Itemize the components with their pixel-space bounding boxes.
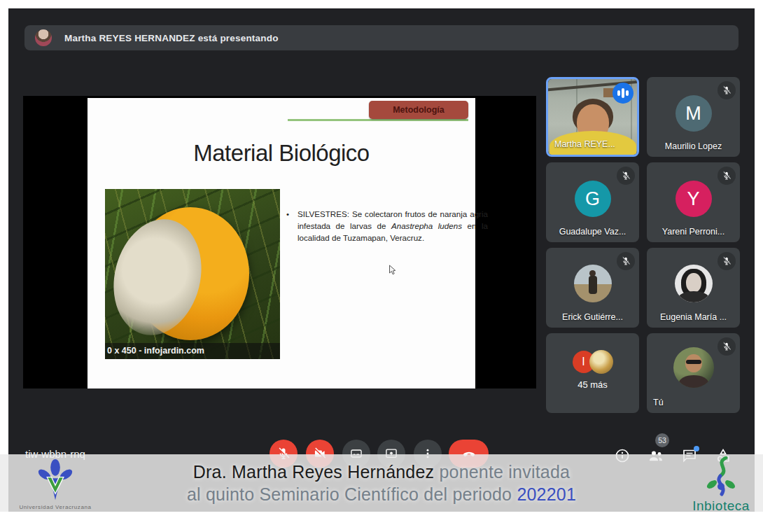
avatar-photo	[589, 350, 613, 374]
tile-martha[interactable]: Martha REYE...	[546, 77, 639, 157]
participant-name: Maurilio Lopez	[647, 141, 740, 151]
overflow-avatars: I	[546, 350, 639, 374]
slide-bullet-text: •SILVESTRES: Se colectaron frutos de nar…	[298, 208, 488, 244]
mouse-cursor-icon	[388, 265, 396, 275]
bullet-species-italic: Anastrepha ludens	[391, 221, 462, 230]
universidad-veracruzana-logo: Universidad Veracruzana	[17, 459, 94, 510]
event-period: 202201	[517, 484, 576, 504]
uv-fleur-de-lis-icon	[33, 459, 78, 503]
participant-name: Yareni Perroni...	[647, 227, 740, 237]
tile-yareni[interactable]: Y Yareni Perroni...	[647, 162, 740, 242]
uv-caption: Universidad Veracruzana	[17, 504, 94, 510]
mic-off-icon	[718, 81, 736, 99]
event-description: al quinto Seminario Científico del perio…	[187, 484, 517, 504]
slide-accent-line	[288, 119, 468, 121]
presentation-slide: Metodología Material Biológico 0 x 450 -…	[88, 98, 475, 388]
slide-title: Material Biológico	[88, 140, 475, 167]
chat-notification-dot	[694, 446, 699, 451]
avatar-photo	[673, 347, 714, 388]
presenter-avatar	[35, 29, 52, 46]
tile-overflow-45-mas[interactable]: I 45 más	[546, 333, 639, 413]
audio-equalizer-icon	[612, 83, 634, 104]
avatar-initial: Y	[676, 181, 712, 217]
participant-count-badge: 53	[655, 433, 669, 447]
mic-off-icon	[617, 252, 635, 270]
mic-off-icon	[718, 167, 736, 185]
event-banner-line1: Dra. Martha Reyes Hernández ponente invi…	[0, 461, 763, 483]
event-banner: Dra. Martha Reyes Hernández ponente invi…	[0, 454, 763, 512]
inbioteca-wordmark: Inbioteca	[686, 498, 756, 514]
avatar-photo	[675, 265, 713, 302]
slide-image-orange-fruit: 0 x 450 - infojardin.com	[105, 189, 280, 359]
slide-section-tab: Metodología	[369, 101, 468, 119]
participant-name: Martha REYE...	[554, 139, 615, 149]
event-banner-line2: al quinto Seminario Científico del perio…	[0, 483, 763, 505]
google-meet-window: Martha REYES HERNANDEZ está presentando …	[0, 0, 763, 532]
presenting-toast: Martha REYES HERNANDEZ está presentando	[24, 25, 738, 50]
avatar-initial: G	[575, 181, 611, 217]
overflow-count-label: 45 más	[546, 379, 639, 390]
speaker-role: ponente invitada	[434, 462, 570, 482]
meeting-code: tiw-wbbn-rnq	[25, 448, 85, 460]
mic-off-icon	[617, 167, 635, 185]
inbioteca-logo: Inbioteca	[686, 456, 756, 514]
participant-name: Guadalupe Vaz...	[546, 227, 639, 237]
participant-name: Eugenia María ...	[647, 312, 740, 322]
image-watermark: 0 x 450 - infojardin.com	[105, 343, 280, 359]
inbioteca-flame-icon	[705, 456, 737, 497]
bullet-marker: •	[286, 208, 289, 220]
presenting-text: Martha REYES HERNANDEZ está presentando	[64, 33, 279, 43]
tile-guadalupe[interactable]: G Guadalupe Vaz...	[546, 162, 639, 242]
tile-self[interactable]: Tú	[647, 333, 740, 413]
tile-maurilio-lopez[interactable]: M Maurilio Lopez	[647, 77, 740, 157]
tile-eugenia[interactable]: Eugenia María ...	[647, 248, 740, 328]
participant-name: Tú	[653, 398, 664, 407]
tile-erick[interactable]: Erick Gutiérre...	[546, 248, 639, 328]
mic-off-icon	[718, 337, 736, 356]
avatar-photo	[574, 265, 612, 302]
participant-name: Erick Gutiérre...	[546, 312, 639, 322]
avatar-initial: M	[676, 95, 712, 132]
shared-screen-stage: Metodología Material Biológico 0 x 450 -…	[23, 96, 536, 388]
mic-off-icon	[718, 252, 736, 270]
speaker-name: Dra. Martha Reyes Hernández	[193, 462, 434, 482]
